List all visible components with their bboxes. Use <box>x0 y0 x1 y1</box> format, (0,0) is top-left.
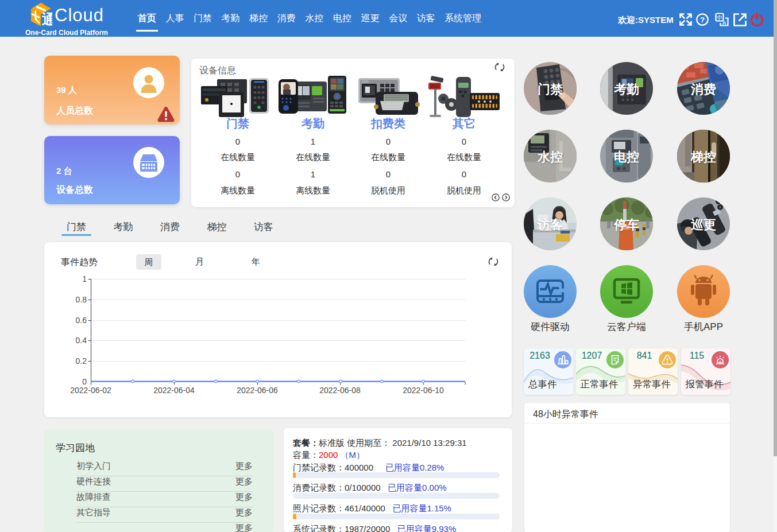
svg-text:A: A <box>722 20 726 26</box>
svg-text:2022-06-08: 2022-06-08 <box>319 386 361 395</box>
svg-text:0.8: 0.8 <box>76 295 87 304</box>
svg-text:0.4: 0.4 <box>76 336 87 345</box>
svg-text:0.6: 0.6 <box>76 316 87 325</box>
svg-text:中: 中 <box>717 14 722 21</box>
svg-text:2022-06-06: 2022-06-06 <box>237 386 278 395</box>
svg-text:0: 0 <box>82 377 87 386</box>
svg-text:2022-06-04: 2022-06-04 <box>153 386 195 395</box>
svg-text:2022-06-02: 2022-06-02 <box>70 386 111 395</box>
svg-text:1: 1 <box>82 274 87 284</box>
svg-text:0.2: 0.2 <box>76 356 87 366</box>
svg-text:?: ? <box>700 15 705 24</box>
svg-text:2022-06-10: 2022-06-10 <box>403 386 444 395</box>
svg-text:通: 通 <box>42 11 53 27</box>
